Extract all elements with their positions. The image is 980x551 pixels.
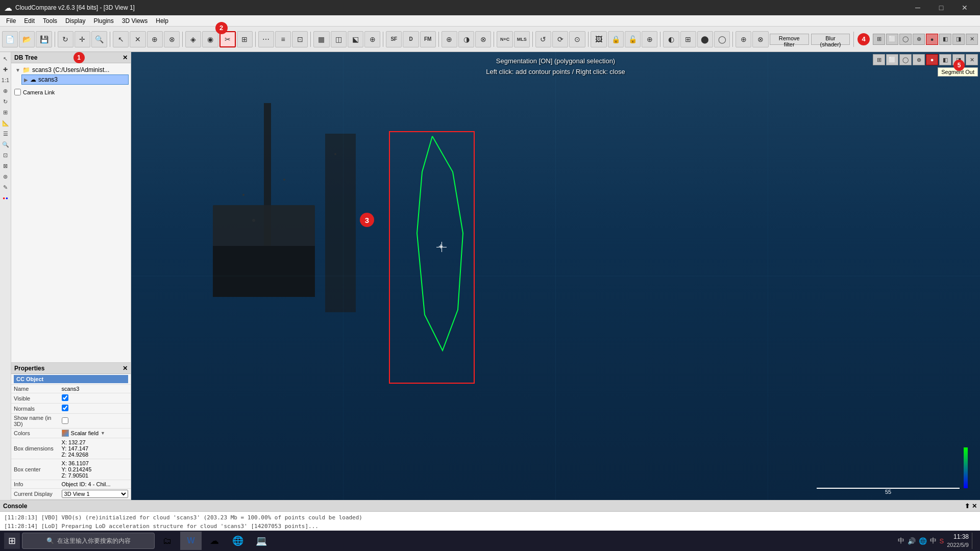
view-tb-aspect[interactable]: ⬜ <box>886 54 898 65</box>
view-tb-fullscreen[interactable]: ⬜ <box>886 34 898 45</box>
lt-pick[interactable]: ☰ <box>1 129 10 138</box>
show-desktop[interactable] <box>972 533 976 549</box>
console-expand[interactable]: ⬆ <box>965 503 970 510</box>
lt-scale[interactable]: ⊕ <box>1 86 10 95</box>
menu-help[interactable]: Help <box>152 16 173 26</box>
sys-icon-network[interactable]: 🌐 <box>919 537 927 545</box>
menu-tools[interactable]: Tools <box>39 16 61 26</box>
toolbar-d[interactable]: D <box>403 31 419 47</box>
current-display-select[interactable]: 3D View 1 <box>62 490 128 498</box>
toolbar-filter2[interactable]: ◉ <box>202 31 218 47</box>
view-tb-c2[interactable]: ⊕ <box>913 34 925 45</box>
prop-value-colors[interactable]: Scalar field ▼ <box>59 429 131 438</box>
toolbar-i1[interactable]: ◐ <box>663 31 679 47</box>
taskbar-app-files[interactable]: 🗂 <box>157 532 178 550</box>
view-tb-c4[interactable]: ◧ <box>939 34 951 45</box>
tree-item-scans3[interactable]: ▶ ☁ scans3 <box>21 74 129 85</box>
lt-color[interactable]: ●● <box>1 193 10 203</box>
blur-shader-button[interactable]: Blur (shader) <box>811 34 850 45</box>
view-tb-close[interactable]: ✕ <box>966 34 978 45</box>
maximize-button[interactable]: □ <box>930 0 952 15</box>
toolbar-filter1[interactable]: ◈ <box>185 31 201 47</box>
toolbar-new[interactable]: 📄 <box>2 31 18 47</box>
lt-layers[interactable]: ⊡ <box>1 151 10 160</box>
prop-value-showname[interactable] <box>59 414 131 429</box>
start-button[interactable]: ⊞ <box>4 533 20 549</box>
taskbar-app-chrome[interactable]: 🌐 <box>227 532 249 550</box>
view-tb-left-half[interactable]: ◧ <box>939 54 951 65</box>
colors-dropdown-arrow[interactable]: ▼ <box>101 431 105 436</box>
toolbar-i2[interactable]: ⊞ <box>680 31 696 47</box>
toolbar-g3[interactable]: ⊙ <box>569 31 585 47</box>
toolbar-sf[interactable]: SF <box>386 31 402 47</box>
taskbar-app-cc[interactable]: ☁ <box>204 532 225 550</box>
properties-close[interactable]: ✕ <box>122 365 128 372</box>
view-tb-circle[interactable]: ◯ <box>899 54 912 65</box>
toolbar-d4[interactable]: ⊕ <box>364 31 380 47</box>
sys-icon-volume[interactable]: 🔊 <box>908 537 916 545</box>
toolbar-j2[interactable]: ⊗ <box>752 31 768 47</box>
menu-edit[interactable]: Edit <box>20 16 39 26</box>
toolbar-d3[interactable]: ⬕ <box>348 31 363 47</box>
toolbar-rotate[interactable]: ↻ <box>58 31 74 47</box>
taskbar-app-word[interactable]: W <box>180 532 202 550</box>
minimize-button[interactable]: ─ <box>906 0 929 15</box>
view-tb-plus[interactable]: ⊕ <box>913 54 925 65</box>
toolbar-h3[interactable]: 🔓 <box>625 31 641 47</box>
toolbar-d1[interactable]: ▦ <box>313 31 329 47</box>
lt-zoom2[interactable]: 1:1 <box>1 76 10 85</box>
toolbar-translate[interactable]: ✛ <box>75 31 90 47</box>
toolbar-e3[interactable]: ⊗ <box>475 31 491 47</box>
toolbar-h1[interactable]: 🖼 <box>591 31 606 47</box>
view-tb-c5[interactable]: ◨ <box>952 34 965 45</box>
showname-checkbox[interactable] <box>62 417 68 424</box>
lt-measure[interactable]: 📐 <box>1 118 10 128</box>
console-close[interactable]: ✕ <box>972 503 977 510</box>
search-box[interactable]: 🔍 在这里输入你要搜索的内容 <box>22 533 155 549</box>
menu-file[interactable]: File <box>2 16 20 26</box>
3d-view[interactable]: Segmentation [ON] (polygonal selection) … <box>131 52 980 500</box>
visible-checkbox[interactable] <box>62 394 68 401</box>
toolbar-merge[interactable]: ⊕ <box>147 31 163 47</box>
toolbar-g1[interactable]: ↺ <box>535 31 551 47</box>
toolbar-delete[interactable]: ✕ <box>130 31 145 47</box>
close-button[interactable]: ✕ <box>953 0 976 15</box>
toolbar-nhc[interactable]: N+C <box>497 31 512 47</box>
prop-value-normals[interactable] <box>59 404 131 414</box>
menu-3dviews[interactable]: 3D Views <box>118 16 152 26</box>
toolbar-split[interactable]: ⊗ <box>164 31 180 47</box>
camera-link-checkbox[interactable] <box>14 89 21 95</box>
db-tree-close[interactable]: ✕ <box>122 54 128 61</box>
view-tb-c3[interactable]: ● <box>926 34 938 45</box>
toolbar-aa[interactable]: ⋯ <box>258 31 274 47</box>
lt-move[interactable]: ⊞ <box>1 108 10 117</box>
lt-pointer[interactable]: ↖ <box>1 54 10 63</box>
toolbar-i3[interactable]: ⬤ <box>697 31 713 47</box>
tree-item-root[interactable]: ▼ 📁 scans3 (C:/Users/Administ... <box>13 65 129 74</box>
toolbar-tool1[interactable]: ⊞ <box>237 31 253 47</box>
view-tb-x[interactable]: ✕ <box>966 54 978 65</box>
toolbar-g2[interactable]: ⟳ <box>552 31 568 47</box>
menu-display[interactable]: Display <box>61 16 89 26</box>
prop-value-visible[interactable] <box>59 393 131 404</box>
toolbar-save[interactable]: 💾 <box>36 31 52 47</box>
toolbar-mls[interactable]: MLS <box>514 31 530 47</box>
lt-filter[interactable]: ⊠ <box>1 161 10 170</box>
taskbar-app-vscode[interactable]: 💻 <box>251 532 272 550</box>
view-tb-red-btn[interactable]: ● <box>926 54 938 65</box>
prop-value-display[interactable]: 3D View 1 <box>59 489 131 499</box>
toolbar-d2[interactable]: ◫ <box>331 31 347 47</box>
toolbar-select[interactable]: ↖ <box>113 31 129 47</box>
toolbar-h2[interactable]: 🔒 <box>608 31 624 47</box>
colors-field[interactable]: Scalar field ▼ <box>62 430 128 437</box>
normals-checkbox[interactable] <box>62 405 68 411</box>
toolbar-i4[interactable]: ◯ <box>714 31 730 47</box>
lt-mag[interactable]: 🔍 <box>1 140 10 149</box>
lt-rotate[interactable]: ↻ <box>1 97 10 106</box>
lt-edit[interactable]: ✎ <box>1 183 10 192</box>
toolbar-e2[interactable]: ◑ <box>458 31 474 47</box>
toolbar-fm[interactable]: FM <box>420 31 436 47</box>
toolbar-open[interactable]: 📂 <box>19 31 35 47</box>
view-tb-c1[interactable]: ◯ <box>899 34 912 45</box>
toolbar-h4[interactable]: ⊕ <box>642 31 657 47</box>
